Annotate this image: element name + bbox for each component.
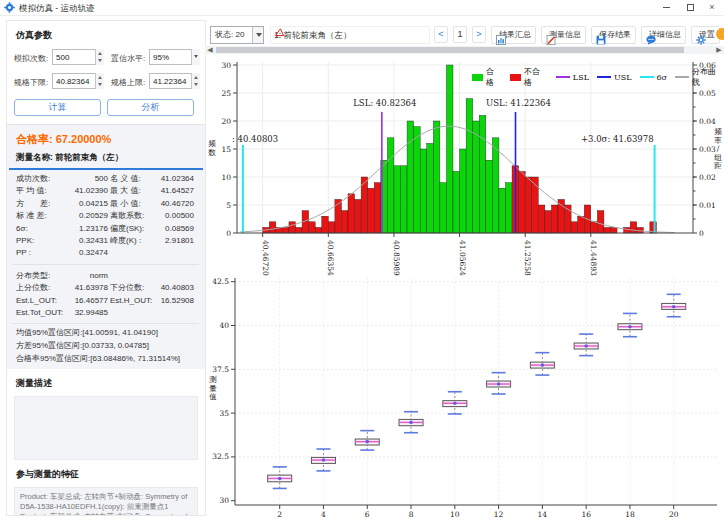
ci-line: 均值95%置信区间:[41.00591, 41.04190] xyxy=(7,326,205,339)
horizontal-scrollbar[interactable]: ◀ ▶ xyxy=(205,46,724,54)
legend-label: 6σ xyxy=(657,73,668,82)
svg-text:16: 16 xyxy=(581,510,591,519)
svg-text:18: 18 xyxy=(625,510,635,519)
stat-value: 41.02364 xyxy=(156,173,196,185)
sim-count-label: 模拟次数: xyxy=(14,53,48,64)
svg-text:40.66354: 40.66354 xyxy=(326,240,335,276)
spec-lower-label: 规格下限: xyxy=(14,77,48,88)
stat-label: 上分位数: xyxy=(16,282,58,294)
legend-item: USL xyxy=(597,73,632,82)
confidence-label: 置信水平: xyxy=(111,53,145,64)
stat-label: 6σ: xyxy=(16,223,58,235)
minimize-button[interactable] xyxy=(656,1,676,14)
maximize-button[interactable] xyxy=(680,1,700,14)
sim-count-spinner[interactable] xyxy=(95,49,104,65)
measurement-selector[interactable]: 1: 前轮前束角（左） xyxy=(270,26,430,44)
stat-value: 41.63978 xyxy=(58,282,110,294)
measure-description-box xyxy=(14,396,198,460)
measure-name: 测量名称: 前轮前束角（左） xyxy=(16,152,196,164)
legend-item: 不合格 xyxy=(510,66,548,88)
stat-value: 2.91801 xyxy=(156,235,196,247)
stat-value xyxy=(156,270,196,282)
svg-text:0.02: 0.02 xyxy=(699,173,716,182)
distribution-table: 分布类型:norm上分位数:41.63978下分位数:40.40803Est.L… xyxy=(7,267,205,322)
stat-label: 分布类型: xyxy=(16,270,58,282)
spec-upper-label: 规格上限: xyxy=(111,77,145,88)
divider xyxy=(13,323,199,324)
svg-text:6: 6 xyxy=(365,510,370,519)
svg-text:40.46720: 40.46720 xyxy=(261,240,270,276)
scroll-left-arrow[interactable]: ◀ xyxy=(205,46,215,54)
legend-swatch xyxy=(675,76,689,78)
stat-label: Est.H_OUT: xyxy=(110,295,156,307)
scroll-right-arrow[interactable]: ▶ xyxy=(714,46,724,54)
svg-text:频数: 频数 xyxy=(208,139,216,157)
stat-label: 最 大 值: xyxy=(110,185,156,197)
svg-text:32.5: 32.5 xyxy=(212,452,229,461)
svg-text:USL: 41.22364: USL: 41.22364 xyxy=(486,98,551,108)
window-title: 模拟仿真 - 运动轨迹 xyxy=(19,3,95,15)
svg-text:: 40.40803: : 40.40803 xyxy=(232,134,278,144)
feature-list: Product: 车架总成: 左转向节+制动盘: Symmetry of D5A… xyxy=(14,487,198,516)
legend-item: LSL xyxy=(556,73,589,82)
ci-line: 合格率95%置信区间:[63.08486%, 71.31514%] xyxy=(7,352,205,365)
stat-value: 16.52908 xyxy=(156,295,196,307)
svg-text:LSL: 40.82364: LSL: 40.82364 xyxy=(353,98,416,108)
stat-label: 平 均 值: xyxy=(16,185,58,197)
app-icon xyxy=(4,2,15,13)
stat-value: 0.04215 xyxy=(58,198,110,210)
angle-measure-icon xyxy=(274,27,285,37)
status-combobox[interactable]: 状态: 20 xyxy=(210,26,264,44)
svg-text:8: 8 xyxy=(409,510,414,519)
stats-table: 成功次数:500名 义 值:41.02364平 均 值:41.02390最 大 … xyxy=(7,170,205,262)
spec-lower-spinner[interactable] xyxy=(95,73,104,89)
features-title: 参与测量的特征 xyxy=(16,468,196,481)
stat-label: 峰度(K) : xyxy=(110,235,156,247)
toolbar: <1>结果汇总测量信息保存结果详细信息设置 xyxy=(434,25,720,44)
confidence-dropdown-arrow[interactable] xyxy=(191,49,200,65)
analyze-button[interactable]: 分析 xyxy=(107,99,194,116)
stat-label: 成功次数: xyxy=(16,173,58,185)
stat-value: 40.40803 xyxy=(156,282,196,294)
svg-text:14: 14 xyxy=(538,510,548,519)
stat-value: 16.46577 xyxy=(58,295,110,307)
result-summary-button[interactable]: 结果汇总 xyxy=(491,26,536,44)
stat-value: 0.08569 xyxy=(156,223,196,235)
legend-swatch xyxy=(597,76,611,78)
svg-text:37.5: 37.5 xyxy=(212,365,229,374)
stat-value: 0.00500 xyxy=(156,210,196,222)
svg-text:35: 35 xyxy=(219,409,229,418)
svg-text:0: 0 xyxy=(699,229,704,238)
title-bar: 模拟仿真 - 运动轨迹 × xyxy=(0,0,724,16)
clipped-toolbar-icon[interactable] xyxy=(716,27,724,42)
stat-label xyxy=(110,307,156,319)
save-results-button[interactable]: 保存结果 xyxy=(591,26,636,44)
calculate-button[interactable]: 计算 xyxy=(14,99,101,116)
stat-label: 下分位数: xyxy=(110,282,156,294)
detail-info-button[interactable]: 详细信息 xyxy=(641,26,686,44)
spec-upper-spinner[interactable] xyxy=(191,73,200,89)
legend-swatch xyxy=(510,74,521,81)
scrollbar-thumb[interactable] xyxy=(216,47,684,53)
stat-value xyxy=(156,307,196,319)
histogram-legend: 合格不合格LSLUSL6σ分布曲线 xyxy=(472,66,724,88)
legend-swatch xyxy=(640,76,654,78)
stat-label: 离散系数: xyxy=(110,210,156,222)
close-button[interactable]: × xyxy=(702,1,722,14)
prev-page-button[interactable]: < xyxy=(434,26,448,43)
measure-info-button[interactable]: 测量信息 xyxy=(541,26,586,44)
stat-label: 标 准 差: xyxy=(16,210,58,222)
stat-value: 500 xyxy=(58,173,110,185)
svg-text:5: 5 xyxy=(226,201,231,210)
stat-value: norm xyxy=(58,270,110,282)
histogram-chart: LSL: 40.82364USL: 41.22364: 40.40803+3.0… xyxy=(205,56,724,276)
page-number[interactable]: 1 xyxy=(453,26,467,43)
svg-text:10: 10 xyxy=(221,173,231,182)
legend-item: 6σ xyxy=(640,73,668,82)
stat-label xyxy=(110,270,156,282)
svg-text:30: 30 xyxy=(219,496,229,505)
stat-value: 41.02390 xyxy=(58,185,110,197)
svg-text:+3.0σ: 41.63978: +3.0σ: 41.63978 xyxy=(581,134,654,144)
next-page-button[interactable]: > xyxy=(472,26,486,43)
svg-text:25: 25 xyxy=(221,89,231,98)
